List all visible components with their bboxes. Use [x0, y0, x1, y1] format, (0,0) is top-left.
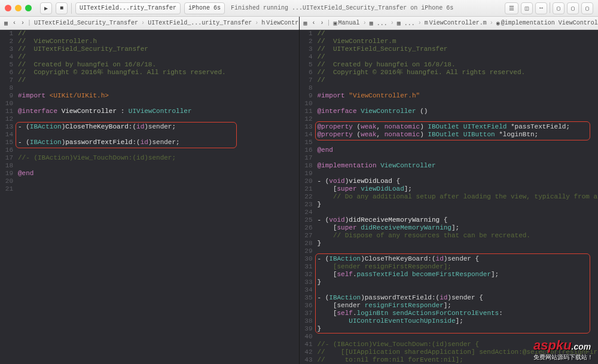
code-line[interactable]: // Dispose of any resources that can be … [318, 232, 599, 240]
code-line[interactable]: - (void)viewDidLoad { [318, 178, 599, 185]
code-line[interactable] [318, 100, 599, 108]
watermark: aspku.com 免费网站源码下载站！ [533, 338, 593, 362]
code-line[interactable]: // Created by huangfei on 16/8/18. [18, 61, 299, 69]
jumpbar-folder[interactable]: UITextField_...urity_Transfer [146, 20, 254, 26]
jumpbar-manual[interactable]: ▣ Manual [332, 20, 362, 27]
code-line[interactable]: [sender resignFirstResponder]; [318, 263, 599, 271]
code-line[interactable]: @implementation ViewController [318, 162, 599, 170]
editor-assistant-button[interactable]: ◫ [521, 2, 533, 14]
code-line[interactable] [318, 286, 599, 294]
right-editor[interactable]: 1234567891011121314151617181920212223242… [300, 30, 599, 364]
code-line[interactable]: // [18, 30, 299, 38]
code-line[interactable] [318, 154, 599, 162]
code-line[interactable]: // ViewController.m [318, 38, 599, 45]
back-icon[interactable]: ‹ [310, 20, 318, 26]
code-line[interactable]: // Copyright © 2016年 huangfei. All right… [318, 69, 599, 77]
code-line[interactable] [318, 84, 599, 92]
code-line[interactable] [18, 185, 299, 193]
back-icon[interactable]: ‹ [11, 20, 18, 26]
jumpbar-project-icon[interactable]: ▦ ... [368, 20, 389, 27]
right-jumpbar[interactable]: ▦ ‹ › | ▣ Manual › ▦ ... › ▦ ... › m Vie… [300, 17, 599, 30]
forward-icon[interactable]: › [319, 20, 326, 26]
code-line[interactable]: // Copyright © 2016年 huangfei. All right… [18, 69, 299, 77]
zoom-icon[interactable] [25, 5, 32, 11]
editor-version-button[interactable]: ↔ [535, 2, 547, 14]
panel-left-button[interactable]: ▢ [553, 2, 565, 14]
device-selector[interactable]: iPhone 6s [184, 2, 225, 14]
left-jumpbar[interactable]: ▦ ‹ › | UITextField_Security_Transfer › … [0, 17, 299, 30]
code-line[interactable]: @property (weak, nonatomic) IBOutlet UIT… [318, 123, 599, 131]
code-line[interactable]: @end [318, 146, 599, 154]
code-line[interactable]: // [318, 77, 599, 84]
code-line[interactable]: // UITextField_Security_Transfer [318, 45, 599, 53]
code-line[interactable]: } [318, 201, 599, 209]
panel-right-button[interactable]: ▢ [581, 2, 593, 14]
code-line[interactable] [318, 170, 599, 178]
code-line[interactable]: // [318, 30, 599, 38]
code-line[interactable]: //- (IBAction)View_TouchDown:(id)sender; [18, 154, 299, 162]
code-line[interactable]: // ViewController.h [18, 38, 299, 45]
code-line[interactable]: - (IBAction)passwordTextField:(id)sender… [318, 294, 599, 302]
code-line[interactable]: // [18, 53, 299, 61]
jumpbar-selection[interactable]: ◉ @implementation ViewController [495, 20, 598, 27]
code-line[interactable]: #import <UIKit/UIKit.h> [18, 92, 299, 100]
code-line[interactable] [18, 131, 299, 139]
code-line[interactable]: - (IBAction)CloseTheKeyBoard:(id)sender … [318, 255, 599, 263]
panel-bottom-button[interactable]: ▢ [567, 2, 579, 14]
left-pane: ▦ ‹ › | UITextField_Security_Transfer › … [0, 17, 300, 364]
left-editor[interactable]: 123456789101112131415161718192021 //// V… [0, 30, 299, 364]
related-items-icon[interactable]: ▦ [302, 20, 309, 27]
code-line[interactable] [318, 247, 599, 255]
code-line[interactable]: [super didReceiveMemoryWarning]; [318, 224, 599, 232]
code-line[interactable]: // UITextField_Security_Transfer [18, 45, 299, 53]
code-line[interactable]: } [318, 325, 599, 333]
code-line[interactable]: // [18, 77, 299, 84]
related-items-icon[interactable]: ▦ [2, 20, 10, 27]
code-line[interactable]: @end [18, 170, 299, 178]
stop-button[interactable]: ■ [56, 2, 68, 14]
status-text: Finished running ...UITextField_Security… [228, 5, 456, 11]
code-line[interactable] [318, 209, 599, 216]
code-line[interactable]: @property (weak, nonatomic) IBOutlet UIB… [318, 131, 599, 139]
minimize-icon[interactable] [15, 5, 22, 11]
right-gutter: 1234567891011121314151617181920212223242… [300, 30, 315, 364]
code-line[interactable] [318, 115, 599, 123]
code-line[interactable] [18, 115, 299, 123]
code-line[interactable]: @interface ViewController () [318, 108, 599, 115]
jumpbar-project[interactable]: UITextField_Security_Transfer [32, 20, 140, 26]
code-line[interactable]: UIControlEventTouchUpInside]; [318, 317, 599, 325]
jumpbar-file[interactable]: m ViewController.m [423, 20, 489, 26]
code-line[interactable]: - (IBAction)CloseTheKeyBoard:(id)sender; [18, 123, 299, 131]
jumpbar-file[interactable]: h ViewController.h [260, 20, 298, 26]
watermark-sub: 免费网站源码下载站！ [533, 353, 593, 362]
code-line[interactable] [18, 100, 299, 108]
editor-standard-button[interactable]: ☰ [505, 2, 518, 14]
code-line[interactable]: #import "ViewController.h" [318, 92, 599, 100]
code-line[interactable]: - (void)didReceiveMemoryWarning { [318, 216, 599, 224]
code-line[interactable] [18, 178, 299, 185]
code-line[interactable]: // Created by huangfei on 16/8/18. [318, 61, 599, 69]
play-icon: ▶ [44, 5, 48, 12]
jumpbar-folder-icon[interactable]: ▦ ... [395, 20, 417, 27]
code-line[interactable] [18, 84, 299, 92]
code-line[interactable]: } [318, 240, 599, 247]
right-pane: ▦ ‹ › | ▣ Manual › ▦ ... › ▦ ... › m Vie… [300, 17, 599, 364]
scheme-selector[interactable]: UITextField...rity_Transfer [75, 2, 181, 14]
code-line[interactable]: [sender resignFirstResponder]; [318, 302, 599, 310]
close-icon[interactable] [5, 5, 11, 11]
run-button[interactable]: ▶ [40, 2, 52, 14]
code-line[interactable]: [super viewDidLoad]; [318, 185, 599, 193]
code-line[interactable]: } [318, 279, 599, 286]
code-line[interactable]: [self.passTextField becomeFirstResponder… [318, 271, 599, 279]
code-line[interactable] [318, 139, 599, 146]
code-line[interactable]: [self.loginBtn sendActionsForControlEven… [318, 310, 599, 317]
code-line[interactable] [18, 146, 299, 154]
code-line[interactable]: // Do any additional setup after loading… [318, 193, 599, 201]
code-line[interactable]: // [318, 53, 599, 61]
right-code[interactable]: //// ViewController.m// UITextField_Secu… [315, 30, 599, 364]
code-line[interactable]: - (IBAction)passwordTextField:(id)sender… [18, 139, 299, 146]
code-line[interactable] [18, 162, 299, 170]
code-line[interactable]: @interface ViewController : UIViewContro… [18, 108, 299, 115]
left-code[interactable]: //// ViewController.h// UITextField_Secu… [16, 30, 299, 364]
forward-icon[interactable]: › [19, 20, 26, 26]
